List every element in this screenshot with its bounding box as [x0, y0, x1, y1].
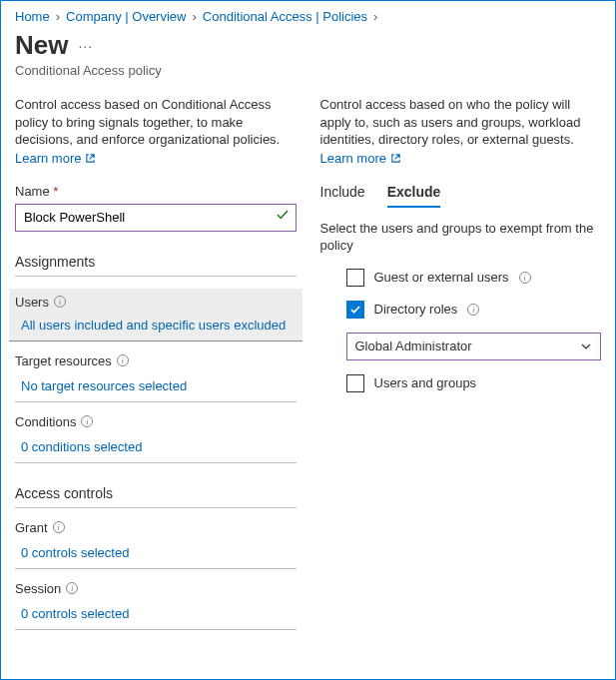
learn-more-label: Learn more	[15, 151, 81, 166]
grant-label: Grant	[15, 520, 48, 535]
directory-roles-option[interactable]: Directory roles i	[320, 301, 602, 319]
session-value[interactable]: 0 controls selected	[15, 600, 297, 630]
page-header: New ···	[1, 26, 615, 63]
page-subtitle: Conditional Access policy	[1, 63, 615, 90]
info-icon[interactable]: i	[66, 582, 78, 594]
target-resources-value[interactable]: No target resources selected	[15, 372, 297, 402]
info-icon[interactable]: i	[81, 415, 93, 427]
session-label: Session	[15, 581, 61, 596]
right-description: Control access based on who the policy w…	[320, 96, 602, 149]
left-description: Control access based on Conditional Acce…	[15, 96, 297, 149]
breadcrumb-company[interactable]: Company | Overview	[66, 9, 186, 24]
tab-exclude[interactable]: Exclude	[387, 184, 441, 208]
access-controls-heading: Access controls	[15, 485, 297, 508]
checkbox-checked-icon[interactable]	[346, 301, 364, 319]
grant-value[interactable]: 0 controls selected	[15, 539, 297, 569]
selected-role-label: Global Administrator	[355, 339, 472, 353]
session-setting[interactable]: Session i	[15, 581, 297, 600]
chevron-right-icon: ›	[373, 9, 377, 24]
target-resources-setting[interactable]: Target resources i	[15, 353, 297, 372]
learn-more-label: Learn more	[320, 151, 386, 166]
page-title: New	[15, 30, 68, 61]
conditions-label: Conditions	[15, 414, 76, 429]
check-icon	[276, 208, 290, 222]
conditions-value[interactable]: 0 conditions selected	[15, 433, 297, 463]
tab-include[interactable]: Include	[320, 184, 365, 208]
guest-users-label: Guest or external users	[374, 270, 509, 285]
learn-more-link[interactable]: Learn more	[15, 151, 96, 166]
left-pane: Control access based on Conditional Acce…	[15, 96, 297, 630]
external-link-icon	[85, 153, 96, 164]
checkbox-unchecked-icon[interactable]	[346, 374, 364, 392]
breadcrumb-policies[interactable]: Conditional Access | Policies	[203, 9, 367, 24]
directory-roles-label: Directory roles	[374, 302, 458, 317]
breadcrumb-home[interactable]: Home	[15, 9, 50, 24]
users-label: Users	[15, 295, 49, 310]
info-icon[interactable]: i	[467, 304, 479, 316]
info-icon[interactable]: i	[117, 354, 129, 366]
include-exclude-tabs: Include Exclude	[320, 184, 602, 208]
users-setting[interactable]: Users i	[9, 289, 303, 312]
chevron-down-icon	[580, 340, 592, 352]
chevron-right-icon: ›	[56, 9, 60, 24]
guest-users-option[interactable]: Guest or external users i	[320, 269, 602, 287]
chevron-right-icon: ›	[192, 9, 196, 24]
grant-setting[interactable]: Grant i	[15, 520, 297, 539]
info-icon[interactable]: i	[54, 296, 66, 308]
name-label: Name *	[15, 184, 297, 199]
external-link-icon	[390, 153, 401, 164]
users-groups-label: Users and groups	[374, 375, 477, 390]
info-icon[interactable]: i	[519, 272, 531, 284]
users-value[interactable]: All users included and specific users ex…	[9, 312, 303, 341]
target-label: Target resources	[15, 353, 112, 368]
directory-role-select[interactable]: Global Administrator	[346, 333, 602, 360]
exclude-hint: Select the users and groups to exempt fr…	[320, 220, 602, 255]
conditions-setting[interactable]: Conditions i	[15, 414, 297, 433]
breadcrumb: Home › Company | Overview › Conditional …	[1, 1, 615, 26]
assignments-heading: Assignments	[15, 254, 297, 277]
info-icon[interactable]: i	[53, 521, 65, 533]
learn-more-link[interactable]: Learn more	[320, 151, 401, 166]
checkbox-unchecked-icon[interactable]	[346, 269, 364, 287]
more-icon[interactable]: ···	[78, 38, 93, 54]
name-input[interactable]	[15, 204, 297, 232]
right-pane: Control access based on who the policy w…	[320, 96, 602, 630]
users-groups-option[interactable]: Users and groups	[320, 374, 602, 392]
